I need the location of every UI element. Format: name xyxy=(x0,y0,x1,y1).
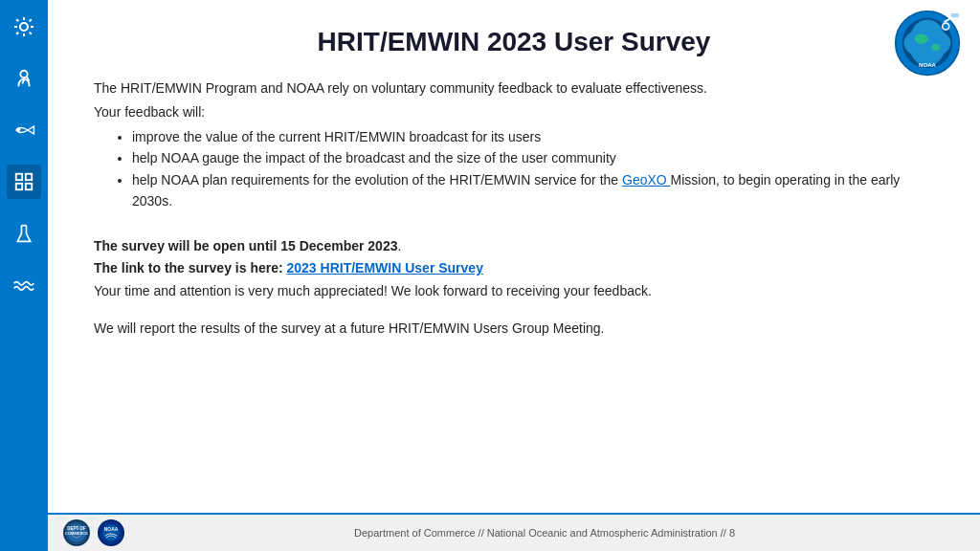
sidebar-icon-sun[interactable] xyxy=(7,10,41,44)
survey-deadline-bold: The survey will be open until 15 Decembe… xyxy=(94,238,397,253)
bullet-item-2: help NOAA gauge the impact of the broadc… xyxy=(132,147,934,168)
sidebar-icon-wave[interactable] xyxy=(7,268,41,302)
svg-rect-14 xyxy=(26,184,32,189)
geoxo-link[interactable]: GeoXO xyxy=(622,172,671,187)
intro-line1: The HRIT/EMWIN Program and NOAA rely on … xyxy=(94,78,934,99)
sidebar-icon-flask[interactable] xyxy=(7,216,41,251)
survey-thanks: Your time and attention is very much app… xyxy=(94,280,934,303)
svg-point-9 xyxy=(20,71,27,77)
bullet-list: improve the value of the current HRIT/EM… xyxy=(132,126,934,212)
svg-line-6 xyxy=(30,33,32,34)
svg-rect-13 xyxy=(16,184,22,189)
svg-point-22 xyxy=(915,33,928,44)
footer-logos: DEPT OF COMMERCE NOAA xyxy=(63,519,124,546)
svg-point-25 xyxy=(944,24,948,29)
sidebar-icon-person[interactable] xyxy=(7,61,41,96)
svg-line-8 xyxy=(30,19,32,21)
svg-rect-12 xyxy=(26,174,32,180)
bullet-item-1: improve the value of the current HRIT/EM… xyxy=(132,126,934,147)
bullet-item-3: help NOAA plan requirements for the evol… xyxy=(132,169,934,212)
svg-point-0 xyxy=(20,23,28,31)
svg-line-5 xyxy=(16,19,18,21)
survey-deadline-period: . xyxy=(397,238,401,253)
svg-rect-11 xyxy=(16,174,22,180)
intro-line2: Your feedback will: xyxy=(94,102,934,122)
svg-text:NOAA: NOAA xyxy=(919,61,937,68)
svg-rect-21 xyxy=(951,13,960,18)
footer-text: Department of Commerce // National Ocean… xyxy=(124,527,965,539)
survey-link-label: The link to the survey is here: xyxy=(94,260,287,276)
dept-commerce-seal: DEPT OF COMMERCE xyxy=(63,519,90,546)
svg-point-19 xyxy=(904,28,951,58)
footer: DEPT OF COMMERCE NOAA Department of Comm… xyxy=(48,513,980,551)
sidebar-icon-data[interactable] xyxy=(7,165,41,199)
content-area: NOAA HRIT/EMWIN 2023 User Survey The HRI… xyxy=(48,0,980,513)
noaa-logo: NOAA xyxy=(894,10,961,77)
svg-point-23 xyxy=(931,44,940,51)
svg-text:NOAA: NOAA xyxy=(104,526,119,532)
svg-line-7 xyxy=(16,33,18,34)
noaa-seal: NOAA xyxy=(98,519,124,546)
svg-point-10 xyxy=(17,128,19,130)
page-title: HRIT/EMWIN 2023 User Survey xyxy=(94,27,934,57)
survey-link-line: The link to the survey is here: 2023 HRI… xyxy=(94,257,934,280)
survey-deadline-line: The survey will be open until 15 Decembe… xyxy=(94,235,934,258)
sidebar-icon-fish[interactable] xyxy=(7,113,41,147)
svg-text:COMMERCE: COMMERCE xyxy=(65,531,88,536)
survey-link[interactable]: 2023 HRIT/EMWIN User Survey xyxy=(287,260,483,276)
report-text: We will report the results of the survey… xyxy=(94,319,934,339)
main-content: NOAA HRIT/EMWIN 2023 User Survey The HRI… xyxy=(48,0,980,551)
survey-info: The survey will be open until 15 Decembe… xyxy=(94,235,934,303)
sidebar xyxy=(0,0,48,551)
bullet3-text: help NOAA plan requirements for the evol… xyxy=(132,172,622,187)
